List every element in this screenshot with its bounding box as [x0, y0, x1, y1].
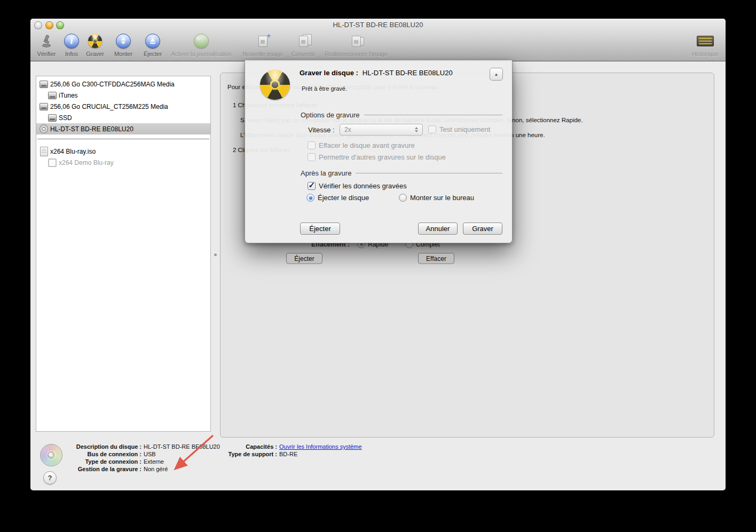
disk-image-document-icon: [40, 147, 48, 156]
eject-disc-radio[interactable]: [306, 194, 314, 202]
disc-info-right: Capacités : Ouvrir les Informations syst…: [212, 443, 362, 458]
burn-dialog: Graver le disque :HL-DT-ST BD-RE BE08LU2…: [245, 60, 513, 243]
sidebar-item-c300-disk[interactable]: 256,06 Go C300-CTFDDAC256MAG Media: [36, 78, 210, 90]
history-log-icon: [697, 33, 714, 49]
sidebar-item-itunes-volume[interactable]: iTunes: [36, 90, 210, 101]
toolbar-mount-button[interactable]: Monter: [108, 33, 139, 59]
journaling-icon: ✦: [194, 33, 209, 49]
after-burn-header: Après la gravure: [301, 169, 502, 177]
sidebar-item-ssd-volume[interactable]: SSD: [36, 112, 210, 123]
toolbar-convert-button[interactable]: Convertir: [285, 33, 321, 59]
sidebar-separator: [37, 139, 209, 139]
dialog-cancel-button[interactable]: Annuler: [418, 223, 458, 235]
toolbar-label: Activer la journalisation: [171, 51, 231, 57]
burn-management-value: Non géré: [144, 465, 168, 473]
info-row: Bus de connexion : USB: [72, 450, 220, 458]
microscope-icon: [40, 33, 53, 49]
toolbar-new-image-button[interactable]: + Nouvelle image: [232, 33, 293, 59]
info-row: Type de support : BD-RE: [212, 450, 362, 458]
disc-info-left: Description du disque : HL-DT-ST BD-RE B…: [72, 443, 220, 473]
toolbar-label: Graver: [86, 51, 104, 57]
optical-disc-icon: [40, 124, 48, 133]
erase-before-option[interactable]: Effacer le disque avant gravure: [308, 141, 415, 149]
window-title: HL-DT-ST BD-RE BE08LU20: [30, 21, 726, 29]
hard-drive-icon: [40, 103, 48, 110]
hard-drive-icon: [48, 114, 57, 122]
info-row: Type de connexion : Externe: [72, 458, 220, 465]
toolbar-label: Éjecter: [144, 51, 162, 57]
toolbar-eject-button[interactable]: Éjecter: [137, 33, 168, 59]
toolbar-history-button[interactable]: Historique: [679, 33, 726, 59]
toolbar-burn-button[interactable]: Graver: [80, 33, 111, 59]
device-list: 256,06 Go C300-CTFDDAC256MAG Media iTune…: [36, 76, 211, 432]
speed-label: Vitesse :: [308, 126, 335, 134]
dialog-title: Graver le disque :HL-DT-ST BD-RE BE08LU2…: [300, 69, 453, 77]
dialog-eject-button[interactable]: Éjecter: [300, 223, 340, 235]
toolbar-label: Historique: [692, 51, 719, 57]
dialog-status-text: Prêt à être gravé.: [302, 85, 347, 92]
disk-utility-window: HL-DT-ST BD-RE BE08LU20 Vérifier i Infos: [30, 19, 726, 490]
sidebar-item-crucial-disk[interactable]: 256,06 Go CRUCIAL_CT256M225 Media: [36, 101, 210, 112]
eject-icon: [145, 33, 160, 49]
toolbar-label: Nouvelle image: [242, 51, 283, 57]
erase-before-checkbox[interactable]: [308, 141, 316, 149]
cd-media-icon: [40, 444, 62, 466]
volume-icon: [48, 158, 57, 167]
sidebar-item-label: x264 Demo Blu-ray: [59, 159, 114, 166]
info-row: Description du disque : HL-DT-ST BD-RE B…: [72, 443, 220, 450]
sidebar-item-iso-image[interactable]: x264 Blu-ray.iso: [36, 146, 210, 157]
burn-disc-icon: [260, 70, 290, 100]
burn-speed-select[interactable]: 2x: [340, 124, 423, 136]
pane-erase-button[interactable]: Effacer: [418, 253, 454, 264]
verify-data-checkbox[interactable]: [308, 182, 316, 190]
toolbar-label: Convertir: [292, 51, 316, 57]
sidebar-item-demo-bluray-volume[interactable]: x264 Demo Blu-ray: [36, 157, 210, 168]
hard-drive-icon: [48, 92, 57, 99]
mount-icon: [116, 33, 131, 49]
toolbar-resize-image-button[interactable]: Redimensionner l'image: [319, 33, 393, 59]
sidebar-item-label: iTunes: [59, 92, 78, 99]
mount-desktop-radio[interactable]: [399, 194, 407, 202]
test-only-option[interactable]: Test uniquement: [428, 125, 490, 133]
window-chrome: HL-DT-ST BD-RE BE08LU20 Vérifier i Infos: [30, 19, 726, 61]
toolbar-label: Vérifier: [37, 51, 56, 57]
resize-image-icon: [352, 33, 361, 49]
collapse-disclosure-button[interactable]: ▲: [490, 68, 503, 81]
sidebar-item-label: SSD: [59, 114, 72, 122]
triangle-up-icon: ▲: [494, 72, 499, 77]
info-row: Capacités : Ouvrir les Informations syst…: [212, 443, 362, 450]
toolbar-label: Infos: [65, 51, 78, 57]
toolbar-journaling-button[interactable]: ✦ Activer la journalisation: [167, 33, 236, 59]
new-image-icon: +: [258, 33, 267, 49]
burn-icon: [88, 33, 102, 49]
allow-additional-option[interactable]: Permettre d'autres gravures sur le disqu…: [308, 153, 446, 161]
allow-additional-checkbox[interactable]: [308, 153, 316, 161]
speed-value: 2x: [344, 126, 351, 133]
dialog-title-label: Graver le disque :: [300, 69, 358, 77]
help-button[interactable]: ?: [43, 471, 57, 485]
sidebar-item-optical-drive[interactable]: HL-DT-ST BD-RE BE08LU20: [36, 123, 210, 134]
pane-eject-button[interactable]: Éjecter: [286, 253, 322, 264]
sidebar-item-label: HL-DT-ST BD-RE BE08LU20: [50, 125, 133, 133]
title-bar: HL-DT-ST BD-RE BE08LU20: [30, 19, 726, 30]
toolbar-label: Redimensionner l'image: [325, 51, 388, 57]
eject-disc-option[interactable]: Éjecter le disque: [306, 194, 369, 202]
convert-icon: [299, 33, 308, 49]
info-icon: i: [64, 33, 79, 49]
splitter-grip[interactable]: [214, 253, 217, 256]
sidebar-item-label: x264 Blu-ray.iso: [50, 148, 96, 155]
verify-data-option[interactable]: Vérifier les données gravées: [308, 182, 407, 190]
info-row: Gestion de la gravure : Non géré: [72, 465, 220, 473]
burn-options-header: Options de gravure: [301, 111, 502, 119]
toolbar-label: Monter: [114, 51, 132, 57]
dialog-title-value: HL-DT-ST BD-RE BE08LU20: [363, 69, 453, 77]
stepper-arrows-icon: [415, 127, 418, 132]
sidebar-item-label: 256,06 Go CRUCIAL_CT256M225 Media: [50, 103, 168, 110]
mount-desktop-option[interactable]: Monter sur le bureau: [399, 194, 474, 202]
system-information-link[interactable]: Ouvrir les Informations système: [279, 443, 362, 450]
hard-drive-icon: [40, 81, 48, 88]
sidebar-item-label: 256,06 Go C300-CTFDDAC256MAG Media: [50, 81, 175, 88]
dialog-burn-button[interactable]: Graver: [463, 223, 502, 235]
test-only-checkbox[interactable]: [428, 125, 436, 133]
